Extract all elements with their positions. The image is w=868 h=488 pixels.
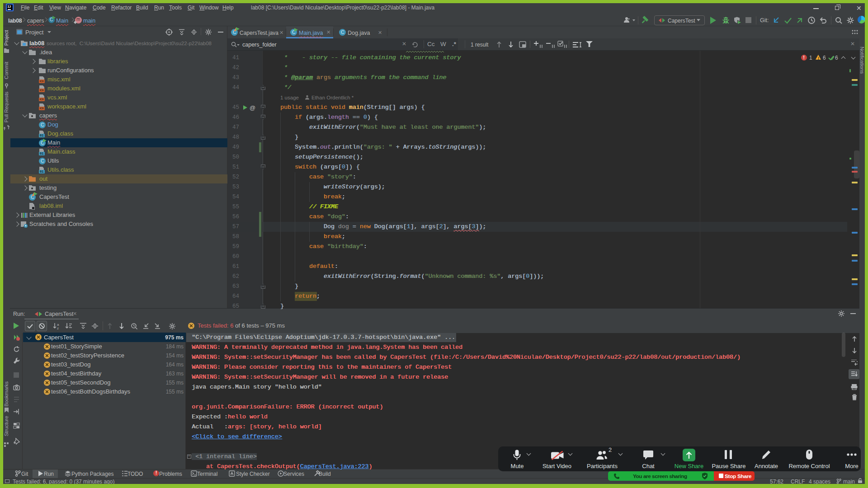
svg-text:z: z — [57, 326, 59, 329]
